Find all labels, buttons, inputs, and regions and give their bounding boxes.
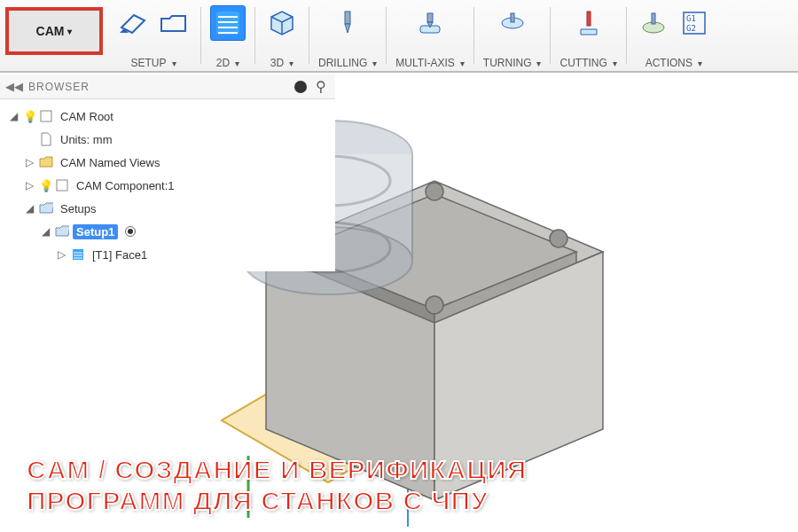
workspace-switcher[interactable]: CAM ▾ [5, 7, 103, 55]
toolbar-label-3d[interactable]: 3D▾ [270, 57, 293, 69]
chevron-right-icon[interactable]: ▷ [23, 156, 35, 168]
svg-rect-3 [427, 13, 433, 22]
toolbar-label-cutting[interactable]: CUTTING▾ [559, 57, 616, 69]
setup-new-icon[interactable] [115, 5, 151, 41]
svg-rect-8 [652, 13, 655, 24]
toolbar-separator [254, 7, 255, 64]
tree-setup1-label: Setup1 [73, 224, 118, 239]
svg-rect-6 [587, 12, 591, 26]
tree-component[interactable]: ▷ 💡 CAM Component:1 [4, 174, 332, 197]
tree-named-views[interactable]: ▷ CAM Named Views [4, 151, 332, 174]
toolbar-separator [309, 7, 309, 64]
toolbar-group-setup: SETUP▾ [110, 4, 197, 69]
toolbar-group-turning: TURNING▾ [478, 4, 547, 69]
document-icon [39, 132, 53, 146]
pin-icon[interactable]: ⚲ [316, 78, 326, 95]
chevron-down-icon[interactable]: ◢ [7, 110, 20, 122]
toolbar-group-2d: 2D▾ [205, 4, 251, 69]
tree-setups-label: Setups [57, 201, 99, 216]
tree-op-label: [T1] Face1 [89, 247, 151, 262]
toolbar-group-cutting: CUTTING▾ [554, 4, 622, 69]
chevron-right-icon[interactable]: ▷ [23, 179, 35, 192]
caret-down-icon: ▾ [67, 27, 72, 36]
caption-line-2: ПРОГРАММ ДЛЯ СТАНКОВ С ЧПУ [27, 486, 527, 517]
toolbar-separator [386, 7, 387, 64]
svg-text:G2: G2 [686, 24, 696, 33]
tree-named-views-label: CAM Named Views [57, 155, 163, 170]
svg-rect-23 [57, 180, 67, 191]
browser-header: ◀◀ BROWSER ⚲ [0, 74, 335, 99]
tree-operation-face1[interactable]: ▷ [T1] Face1 [4, 243, 332, 266]
workspace-label: CAM [36, 24, 65, 38]
multi-axis-icon[interactable] [412, 5, 448, 41]
caption-overlay: CAM / СОЗДАНИЕ И ВЕРИФИКАЦИЯ ПРОГРАММ ДЛ… [27, 455, 527, 516]
toolbar-label-turning[interactable]: TURNING▾ [483, 57, 542, 69]
tree-units-label: Units: mm [57, 132, 116, 147]
browser-options-icon[interactable] [294, 81, 307, 93]
browser-panel: ◀◀ BROWSER ⚲ ◢ 💡 CAM Root Units: mm ▷ [0, 74, 335, 271]
actions-simulate-icon[interactable] [636, 5, 671, 41]
svg-rect-22 [41, 111, 51, 121]
svg-point-17 [426, 296, 443, 314]
svg-rect-1 [345, 12, 350, 24]
toolbar-separator [473, 7, 474, 64]
toolbar-group-actions: G1G2 ACTIONS▾ [630, 4, 717, 69]
chevron-down-icon[interactable]: ◢ [23, 202, 35, 215]
turning-icon[interactable] [495, 5, 530, 41]
active-setup-icon[interactable] [125, 226, 136, 237]
tree-setups[interactable]: ◢ Setups [4, 197, 332, 220]
lightbulb-icon[interactable]: 💡 [39, 179, 51, 192]
svg-rect-5 [511, 13, 514, 22]
tree-root-label: CAM Root [57, 109, 117, 124]
tree-component-label: CAM Component:1 [73, 178, 178, 193]
tree-root[interactable]: ◢ 💡 CAM Root [4, 105, 332, 128]
svg-point-15 [426, 183, 443, 200]
collapse-left-icon[interactable]: ◀◀ [5, 80, 23, 93]
folder-icon [39, 155, 53, 169]
browser-title: BROWSER [28, 81, 90, 93]
tree-units[interactable]: Units: mm [4, 128, 332, 151]
component-icon [39, 109, 53, 123]
toolbar-separator [200, 7, 201, 64]
caption-line-1: CAM / СОЗДАНИЕ И ВЕРИФИКАЦИЯ [27, 455, 527, 486]
actions-gcode-icon[interactable]: G1G2 [677, 5, 712, 41]
toolbar-group-drilling: DRILLING▾ [313, 4, 382, 69]
2d-face-icon[interactable] [210, 5, 246, 41]
toolpath-face-icon [71, 247, 85, 262]
toolbar-group-3d: 3D▾ [259, 4, 305, 69]
component-icon [55, 178, 69, 192]
toolbar-label-setup[interactable]: SETUP▾ [130, 57, 176, 69]
browser-tree: ◢ 💡 CAM Root Units: mm ▷ CAM Named Views… [0, 99, 335, 271]
toolbar-label-multi-axis[interactable]: MULTI-AXIS▾ [395, 57, 464, 69]
svg-text:G1: G1 [686, 14, 696, 23]
3d-icon[interactable] [264, 5, 300, 41]
drilling-icon[interactable] [330, 5, 365, 41]
folder-open-icon [55, 224, 69, 239]
toolbar-label-2d[interactable]: 2D▾ [216, 57, 239, 69]
toolbar-group-multi-axis: MULTI-AXIS▾ [390, 4, 469, 69]
tree-setup1[interactable]: ◢ Setup1 [4, 220, 332, 243]
toolbar-separator [626, 7, 627, 64]
toolbar-separator [550, 7, 551, 64]
svg-point-16 [550, 230, 567, 247]
folder-open-icon [39, 201, 53, 215]
lightbulb-icon[interactable]: 💡 [23, 110, 35, 123]
chevron-down-icon[interactable]: ◢ [39, 225, 51, 238]
toolbar-label-actions[interactable]: ACTIONS▾ [645, 57, 702, 69]
ribbon-toolbar: CAM ▾ SETUP▾ 2D▾ 3D▾ [0, 0, 798, 73]
setup-folder-icon[interactable] [156, 5, 192, 41]
toolbar-label-drilling[interactable]: DRILLING▾ [318, 57, 377, 69]
cutting-icon[interactable] [571, 5, 606, 41]
chevron-right-icon[interactable]: ▷ [55, 248, 67, 261]
